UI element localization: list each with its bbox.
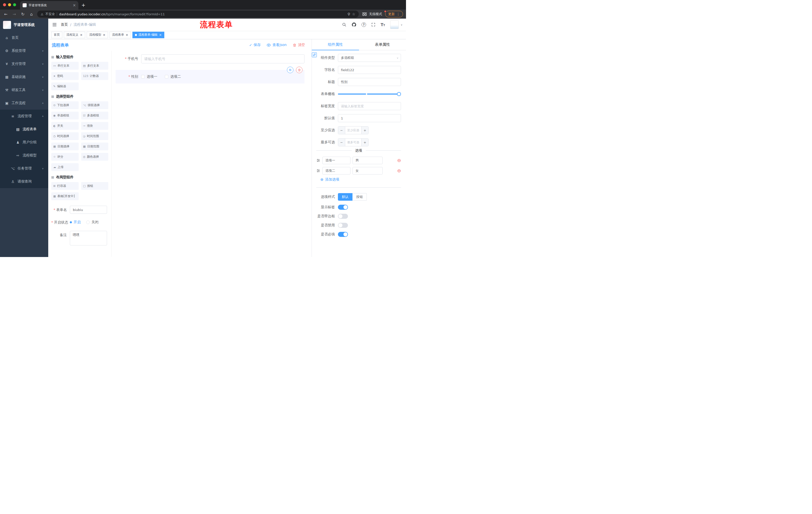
tag-close-icon[interactable] [159, 33, 162, 37]
palette-component[interactable]: ◉ 单选框组 [51, 112, 79, 119]
stepper-placeholder[interactable]: 至少应选 [345, 127, 361, 134]
palette-component[interactable]: ◎ 颜色选择 [81, 153, 109, 161]
sidebar-item[interactable]: ▤ 流程表单 [0, 123, 48, 136]
option-label-input[interactable] [322, 157, 350, 164]
tag-item[interactable]: 流程定义 [64, 32, 85, 38]
palette-component[interactable]: ⊞ 行容器 [51, 182, 79, 190]
sidebar-item[interactable]: ⌂ 首页 [0, 31, 48, 44]
form-remark-textarea[interactable]: 嘿嘿 [70, 231, 107, 245]
palette-component[interactable]: 123 计数器 [81, 72, 109, 80]
browser-tab[interactable]: 芋道管理系统 [20, 1, 78, 9]
status-off-radio[interactable]: 关闭 [86, 220, 98, 224]
sidebar-item[interactable]: ▦ 基础设施 ∨ [0, 71, 48, 83]
tag-item[interactable]: 流程表单-编辑 [133, 32, 164, 38]
field-name-input[interactable] [338, 66, 401, 74]
address-bar[interactable]: 不安全 dashboard.yudao.iocoder.cn/bpm/manag… [37, 10, 359, 18]
sidebar-item[interactable]: ♟ 用户分组 [0, 136, 48, 149]
back-button[interactable] [3, 12, 8, 17]
palette-component[interactable]: ▢ 按钮 [81, 182, 109, 190]
sidebar-item[interactable]: ⇨ 流程模型 [0, 149, 48, 162]
sidebar-item[interactable]: ⚙ 系统管理 ∨ [0, 44, 48, 57]
tag-item[interactable]: 首页 [51, 32, 62, 38]
font-size-icon[interactable] [381, 22, 385, 27]
palette-component[interactable]: ▭ 单行文本 [51, 62, 79, 70]
tag-close-icon[interactable] [126, 33, 128, 37]
option-value-input[interactable] [352, 157, 383, 164]
toggle-switch[interactable] [338, 232, 348, 237]
view-json-button[interactable]: 查看json [266, 43, 287, 47]
password-key-icon[interactable] [347, 12, 350, 16]
palette-component[interactable]: ◐ 开关 [51, 122, 79, 130]
palette-component[interactable]: ▩ 日期范围 [81, 142, 109, 151]
tag-close-icon[interactable] [103, 33, 106, 37]
browser-update-button[interactable]: 更新 [385, 11, 403, 17]
user-avatar[interactable] [390, 20, 399, 29]
remove-option-icon[interactable] [397, 168, 401, 173]
palette-component[interactable]: ⊙ 下拉选择 [51, 101, 79, 109]
increase-button[interactable] [361, 127, 368, 134]
gender-option-1-checkbox[interactable]: 选项一 [141, 75, 157, 79]
palette-component[interactable]: ▦ 表格[开发中] [51, 192, 79, 200]
fullscreen-icon[interactable] [371, 22, 376, 27]
toggle-switch[interactable] [338, 223, 348, 228]
copy-component-button[interactable] [287, 66, 293, 73]
decrease-button[interactable] [338, 127, 345, 134]
new-tab-button[interactable] [81, 2, 85, 8]
tag-item[interactable]: 流程模型 [87, 32, 108, 38]
tab-close-icon[interactable] [72, 3, 76, 7]
bookmark-star-icon[interactable] [352, 12, 355, 16]
github-icon[interactable] [351, 22, 356, 27]
palette-component[interactable]: ◷ 时间选择 [51, 132, 79, 140]
tag-close-icon[interactable] [80, 33, 83, 37]
zoom-window-button[interactable] [13, 3, 16, 6]
close-window-button[interactable] [3, 3, 6, 6]
tab-component-props[interactable]: 组件属性 [312, 39, 359, 50]
minimize-window-button[interactable] [8, 3, 11, 6]
style-default-button[interactable]: 默认 [338, 193, 352, 201]
palette-component[interactable]: ∗ 密码 [51, 72, 79, 80]
palette-component[interactable]: ▦ 日期选择 [51, 142, 79, 151]
sidebar-item[interactable]: ⚒ 研发工具 ∨ [0, 83, 48, 97]
gender-field-row-selected[interactable]: 性别 选项一 选项二 [116, 70, 304, 83]
grid-slider[interactable] [338, 90, 401, 98]
sidebar-item[interactable]: ♙ 请假查询 [0, 175, 48, 188]
title-input[interactable] [338, 78, 401, 86]
component-type-select[interactable]: 多选框组 [338, 54, 401, 62]
palette-component[interactable]: ☁ 上传 [51, 163, 79, 171]
palette-component[interactable]: ☆ 评分 [51, 153, 79, 161]
sidebar-item[interactable]: ≡ 流程管理 ∧ [0, 110, 48, 123]
avatar-caret-icon[interactable] [401, 23, 403, 26]
collapse-sidebar-button[interactable] [48, 23, 61, 27]
phone-input[interactable] [141, 54, 304, 63]
palette-component[interactable]: ▤ 多行文本 [81, 62, 109, 70]
drag-handle-icon[interactable] [316, 169, 320, 173]
help-icon[interactable] [361, 22, 366, 27]
sidebar-item[interactable]: ¥ 支付管理 ∨ [0, 57, 48, 71]
delete-component-button[interactable] [296, 66, 302, 73]
tag-item[interactable]: 流程表单 [110, 32, 131, 38]
sidebar-item[interactable]: ▣ 工作流程 ∧ [0, 97, 48, 110]
toggle-switch[interactable] [338, 205, 348, 210]
save-button[interactable]: 保存 [249, 43, 261, 47]
add-option-button[interactable]: 添加选项 [320, 177, 401, 182]
clear-button[interactable]: 清空 [293, 43, 305, 47]
forward-button[interactable] [11, 12, 17, 17]
sidebar-item[interactable]: ⌥ 任务管理 ∨ [0, 162, 48, 175]
gender-option-2-checkbox[interactable]: 选项二 [165, 75, 181, 79]
form-name-input[interactable] [70, 206, 107, 214]
default-value-input[interactable] [338, 114, 401, 122]
palette-component[interactable]: ⊸ 滑块 [81, 122, 109, 130]
browser-menu-icon[interactable] [397, 12, 400, 16]
toggle-switch[interactable] [338, 214, 348, 219]
palette-component[interactable]: ☑ 多选框组 [81, 112, 109, 119]
search-icon[interactable] [342, 22, 346, 27]
stepper-placeholder[interactable]: 最多可选 [345, 139, 361, 146]
style-button-button[interactable]: 按钮 [352, 193, 367, 201]
palette-component[interactable]: ⌥ 级联选择 [81, 101, 109, 109]
label-width-input[interactable] [338, 102, 401, 110]
drag-handle-icon[interactable] [316, 158, 320, 162]
remove-option-icon[interactable] [397, 158, 401, 163]
palette-component[interactable]: ◶ 时间范围 [81, 132, 109, 140]
palette-component[interactable]: ✎ 编辑器 [51, 82, 79, 90]
increase-button[interactable] [361, 139, 368, 146]
